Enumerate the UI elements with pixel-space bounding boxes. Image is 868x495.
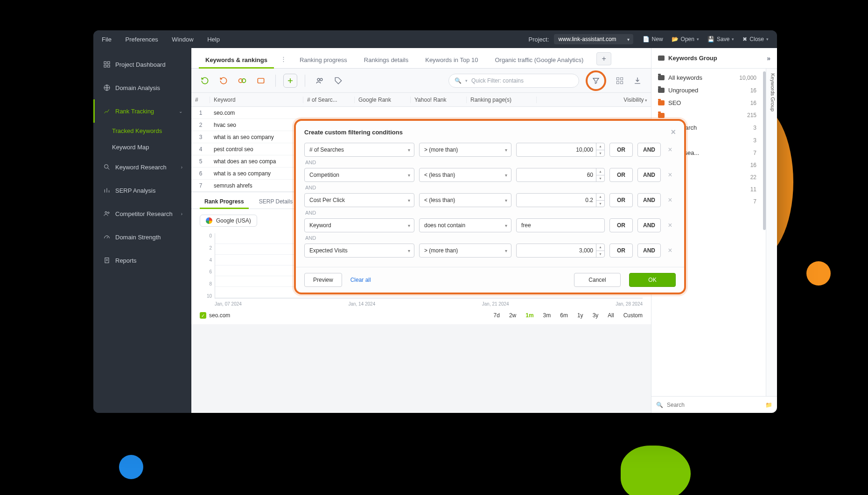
sidebar-item-rank-tracking[interactable]: Rank Tracking⌄ [93,99,191,123]
stepper[interactable]: ▲▼ [596,194,604,207]
range-7d[interactable]: 7d [494,312,500,319]
sidebar-item-domain-analysis[interactable]: Domain Analysis [93,76,191,99]
or-button[interactable]: OR [609,244,633,258]
range-2w[interactable]: 2w [509,312,516,319]
ok-button[interactable]: OK [629,273,676,287]
chart-legend-item[interactable]: ✓ seo.com [200,312,230,319]
step-up[interactable]: ▲ [596,244,604,251]
field-select[interactable]: # of Searches [304,143,414,157]
tab-organic-traffic-google-analytics-[interactable]: Organic traffic (Google Analytics) [486,51,592,68]
range-1m[interactable]: 1m [525,312,533,319]
and-button[interactable]: AND [637,143,661,157]
operator-select[interactable]: < (less than) [419,193,511,207]
field-select[interactable]: Keyword [304,218,414,232]
remove-condition-button[interactable]: × [665,221,675,230]
sidebar-item-serp-analysis[interactable]: SERP Analysis [93,179,191,202]
stepper[interactable]: ▲▼ [596,143,604,156]
tool-grid[interactable] [613,74,627,88]
stepper[interactable]: ▲▼ [596,168,604,181]
col-visibility[interactable]: Visibility [604,97,651,103]
tab-add-button[interactable]: + [596,52,611,65]
tool-add[interactable] [283,74,297,88]
tool-users[interactable] [313,74,327,88]
stepper[interactable]: ▲▼ [596,244,604,257]
tool-tag[interactable] [331,74,345,88]
step-down[interactable]: ▼ [596,201,604,207]
field-select[interactable]: Competition [304,168,414,182]
step-up[interactable]: ▲ [596,143,604,150]
or-button[interactable]: OR [609,193,633,207]
cancel-button[interactable]: Cancel [574,273,621,287]
menu-preferences[interactable]: Preferences [126,36,158,43]
and-button[interactable]: AND [637,218,661,232]
range-custom[interactable]: Custom [623,312,643,319]
operator-select[interactable]: > (more than) [419,244,511,258]
filter-button-highlight[interactable] [586,70,606,91]
tab-keywords-in-top-10[interactable]: Keywords in Top 10 [417,51,486,68]
value-input[interactable]: 10,000▲▼ [516,143,605,157]
lower-tab-serp-details[interactable]: SERP Details [252,194,300,209]
action-open[interactable]: 📂Open▾ [672,36,699,42]
step-up[interactable]: ▲ [596,194,604,201]
or-button[interactable]: OR [609,143,633,157]
value-input[interactable]: 3,000▲▼ [516,244,605,258]
groups-rail-label[interactable]: Keywords Group [766,69,777,396]
sidebar-item-project-dashboard[interactable]: Project Dashboard [93,53,191,76]
or-button[interactable]: OR [609,168,633,182]
tool-download[interactable] [630,74,644,88]
quick-filter-input[interactable]: 🔍▾ Quick Filter: contains [448,74,579,88]
groups-search-input[interactable] [667,402,762,408]
menu-window[interactable]: Window [172,36,193,43]
step-up[interactable]: ▲ [596,168,604,175]
modal-close-button[interactable]: × [671,127,676,137]
group-item[interactable]: All keywords10,000 [651,71,763,84]
collapse-panel-button[interactable]: » [767,55,770,62]
range-1y[interactable]: 1y [577,312,583,319]
range-3y[interactable]: 3y [593,312,599,319]
operator-select[interactable]: > (more than) [419,143,511,157]
clear-all-button[interactable]: Clear all [350,273,371,287]
sidebar-sub-keyword-map[interactable]: Keyword Map [93,139,191,155]
groups-scrollbar[interactable] [763,71,766,230]
new-folder-icon[interactable]: 📁 [765,402,772,408]
col-keyword[interactable]: Keyword [210,97,303,103]
table-row[interactable]: 1seo.com [191,107,651,119]
step-down[interactable]: ▼ [596,175,604,182]
tool-refresh-orange[interactable] [217,74,231,88]
project-select[interactable]: www.link-assistant.com [554,34,633,44]
tool-card[interactable] [254,74,268,88]
sidebar-item-domain-strength[interactable]: Domain Strength [93,225,191,249]
tab-rankings-details[interactable]: Rankings details [356,51,417,68]
operator-select[interactable]: < (less than) [419,168,511,182]
col-yahoo[interactable]: Yahoo! Rank [411,97,467,103]
and-button[interactable]: AND [637,193,661,207]
sidebar-item-keyword-research[interactable]: Keyword Research› [93,155,191,179]
field-select[interactable]: Expected Visits [304,244,414,258]
tab-more-menu[interactable]: ⋮ [276,50,291,68]
action-new[interactable]: 📄New [643,36,663,42]
group-item[interactable]: SEO16 [651,97,763,109]
range-3m[interactable]: 3m [543,312,551,319]
step-down[interactable]: ▼ [596,251,604,258]
preview-button[interactable]: Preview [304,273,342,287]
tool-refresh-multi[interactable] [235,74,249,88]
col-searches[interactable]: # of Searc... [303,97,355,103]
menu-file[interactable]: File [102,36,112,43]
lower-tab-rank-progress[interactable]: Rank Progress [197,194,252,209]
sidebar-item-competitor-research[interactable]: Competitor Research› [93,202,191,225]
value-input[interactable]: 0.2▲▼ [516,193,605,207]
sidebar-item-reports[interactable]: Reports [93,249,191,272]
remove-condition-button[interactable]: × [665,246,675,255]
action-save[interactable]: 💾Save▾ [707,36,734,42]
tool-refresh-green[interactable] [198,74,212,88]
and-button[interactable]: AND [637,168,661,182]
step-down[interactable]: ▼ [596,150,604,157]
remove-condition-button[interactable]: × [665,171,675,179]
remove-condition-button[interactable]: × [665,146,675,154]
and-button[interactable]: AND [637,244,661,258]
groups-search[interactable]: 🔍 📁 [651,396,777,413]
chart-source-select[interactable]: Google (USA) [200,215,257,227]
col-num[interactable]: # [191,97,210,103]
range-all[interactable]: All [608,312,614,319]
value-input[interactable]: 60▲▼ [516,168,605,182]
